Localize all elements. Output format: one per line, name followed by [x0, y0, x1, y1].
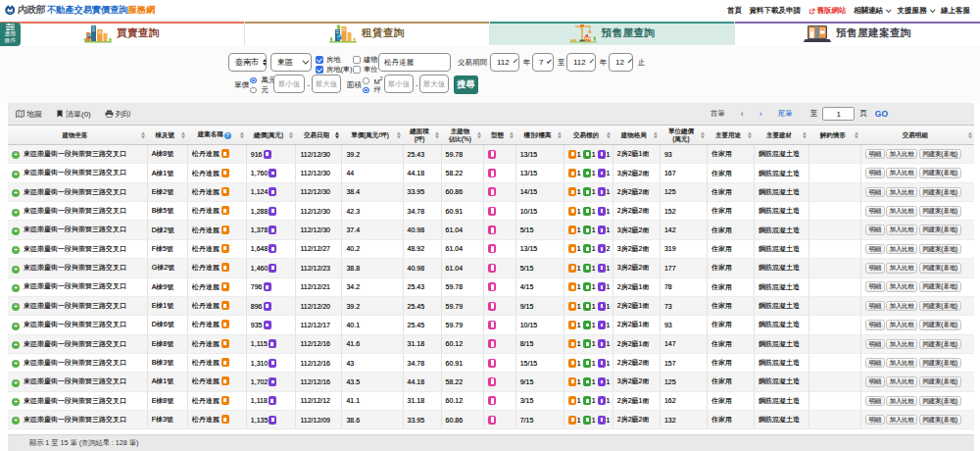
last-page-button[interactable]: 尾筆	[770, 109, 801, 119]
cell-address[interactable]: +東區崇慶街一段與崇賢三路交叉口	[8, 373, 147, 391]
expand-plus-icon[interactable]: +	[12, 323, 20, 330]
compare-button[interactable]: 加入比較	[886, 320, 917, 330]
compare-button[interactable]: 加入比較	[886, 149, 917, 160]
expand-plus-icon[interactable]: +	[12, 227, 20, 235]
cell-address[interactable]: +東區崇慶街一段與崇賢三路交叉口	[8, 353, 147, 372]
month-from-select[interactable]: 7	[532, 53, 554, 72]
tab-rent[interactable]: 租賃查詢	[245, 22, 490, 45]
compare-button[interactable]: 加入比較	[886, 301, 917, 312]
cell-address[interactable]: +東區崇慶街一段與崇賢三路交叉口	[8, 164, 147, 182]
cell-project[interactable]: 松丹達麗	[187, 373, 246, 391]
compare-button[interactable]: 加入比較	[886, 244, 917, 255]
district-select[interactable]: 東區	[270, 53, 312, 72]
col-price[interactable]: 總價(萬元)	[246, 125, 296, 145]
col-layout[interactable]: 建物格局	[612, 125, 660, 145]
compare-button[interactable]: 加入比較	[886, 396, 917, 407]
detail-button[interactable]: 明細	[865, 376, 885, 387]
cell-project[interactable]: 松丹達麗	[187, 259, 246, 277]
price-badge-icon[interactable]	[269, 207, 276, 216]
col-building[interactable]: 棟及號	[147, 125, 187, 145]
detail-button[interactable]: 明細	[865, 187, 885, 198]
project-badge-icon[interactable]	[221, 149, 229, 158]
same-project-button[interactable]: 同建案(基地)	[919, 415, 961, 426]
compare-button[interactable]: 加入比較	[886, 415, 917, 426]
unit-price-min-input[interactable]: 最小值	[273, 75, 305, 93]
map-tool[interactable]: 地圖	[16, 109, 42, 120]
cell-address[interactable]: +東區崇慶街一段與崇賢三路交叉口	[8, 316, 147, 334]
cell-address[interactable]: +東區崇慶街一段與崇賢三路交叉口	[8, 259, 147, 277]
cell-address[interactable]: +東區崇慶街一段與崇賢三路交叉口	[8, 221, 147, 239]
compare-button[interactable]: 加入比較	[886, 281, 917, 292]
col-date[interactable]: 交易日期	[296, 125, 342, 145]
search-button[interactable]: 搜尋	[454, 75, 478, 94]
col-usage[interactable]: 主要用途	[707, 125, 754, 145]
project-badge-icon[interactable]	[221, 301, 229, 310]
price-badge-icon[interactable]	[264, 321, 271, 329]
col-project[interactable]: 建案名稱?	[187, 125, 246, 145]
checkbox-unchecked-icon[interactable]	[353, 66, 361, 74]
site-logo[interactable]: 內政部 不動產交易實價查詢 服務網	[5, 0, 156, 21]
project-badge-icon[interactable]	[221, 415, 229, 424]
compare-button[interactable]: 加入比較	[886, 263, 917, 274]
detail-button[interactable]: 明細	[865, 339, 885, 350]
go-button[interactable]: GO	[875, 109, 888, 119]
price-badge-icon[interactable]	[264, 302, 271, 311]
help-icon[interactable]: ?	[224, 132, 231, 139]
expand-plus-icon[interactable]: +	[12, 284, 20, 292]
expand-plus-icon[interactable]: +	[12, 379, 20, 387]
same-project-button[interactable]: 同建案(基地)	[919, 149, 961, 160]
cell-project[interactable]: 松丹達麗	[187, 411, 246, 429]
keyword-input[interactable]: 松丹達麗	[378, 53, 451, 72]
detail-button[interactable]: 明細	[865, 396, 885, 407]
detail-button[interactable]: 明細	[865, 149, 885, 160]
price-badge-icon[interactable]	[269, 187, 276, 196]
radio-unchecked-icon[interactable]	[250, 87, 257, 94]
price-badge-icon[interactable]	[269, 396, 276, 405]
nav-links[interactable]: 相關連結	[854, 6, 890, 16]
nav-support[interactable]: 支援服務	[898, 6, 934, 16]
same-project-button[interactable]: 同建案(基地)	[919, 206, 961, 217]
same-project-button[interactable]: 同建案(基地)	[919, 301, 961, 312]
detail-button[interactable]: 明細	[865, 358, 885, 369]
detail-button[interactable]: 明細	[865, 263, 885, 274]
cell-project[interactable]: 松丹達麗	[187, 221, 246, 239]
cell-project[interactable]: 松丹達麗	[187, 164, 246, 182]
detail-button[interactable]: 明細	[865, 206, 885, 217]
cell-address[interactable]: +東區崇慶街一段與崇賢三路交叉口	[8, 277, 147, 296]
type-parking[interactable]: 車位	[353, 65, 377, 75]
project-badge-icon[interactable]	[221, 244, 229, 253]
detail-button[interactable]: 明細	[865, 415, 885, 426]
price-badge-icon[interactable]	[269, 416, 276, 425]
same-project-button[interactable]: 同建案(基地)	[919, 320, 961, 330]
nav-home[interactable]: 首頁	[727, 6, 742, 16]
detail-button[interactable]: 明細	[865, 320, 885, 330]
same-project-button[interactable]: 同建案(基地)	[919, 358, 961, 369]
cell-address[interactable]: +東區崇慶街一段與崇賢三路交叉口	[8, 239, 147, 258]
nav-old-site[interactable]: 舊版網站	[808, 6, 847, 16]
compare-button[interactable]: 加入比較	[886, 225, 917, 235]
same-project-button[interactable]: 同建案(基地)	[919, 396, 961, 407]
project-badge-icon[interactable]	[221, 396, 229, 405]
expand-plus-icon[interactable]: +	[12, 417, 20, 425]
compare-button[interactable]: 加入比較	[886, 206, 917, 217]
expand-plus-icon[interactable]: +	[12, 189, 20, 197]
col-unit-total[interactable]: 單位總價 (萬元)	[660, 125, 707, 145]
checkbox-checked-icon[interactable]	[316, 66, 323, 74]
list-tool[interactable]: 清單(0)	[56, 109, 91, 120]
price-badge-icon[interactable]	[269, 226, 276, 234]
price-badge-icon[interactable]	[269, 169, 276, 177]
cell-address[interactable]: +東區崇慶街一段與崇賢三路交叉口	[8, 391, 147, 410]
unit-price-max-input[interactable]: 最大值	[312, 75, 341, 93]
checkbox-unchecked-icon[interactable]	[353, 56, 361, 64]
price-badge-icon[interactable]	[264, 150, 271, 159]
first-page-button[interactable]: 首筆	[703, 109, 733, 119]
project-badge-icon[interactable]	[221, 320, 229, 328]
area-max-input[interactable]: 最大值	[419, 75, 449, 93]
compare-button[interactable]: 加入比較	[886, 339, 917, 350]
prev-page-button[interactable]: ‹	[733, 109, 752, 119]
cell-project[interactable]: 松丹達麗	[187, 277, 246, 296]
cell-address[interactable]: +東區崇慶街一段與崇賢三路交叉口	[8, 296, 147, 315]
compare-button[interactable]: 加入比較	[886, 187, 917, 198]
area-ping-radio[interactable]: 坪	[363, 85, 381, 95]
col-type[interactable]: 型態	[484, 125, 516, 145]
